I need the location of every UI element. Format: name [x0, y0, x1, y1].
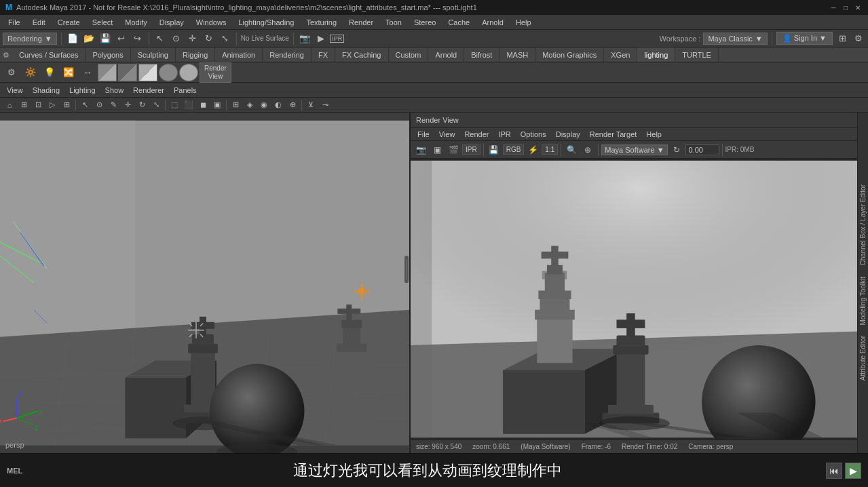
lighting-menu[interactable]: Lighting — [65, 85, 100, 95]
menu-lighting-shading[interactable]: Lighting/Shading — [233, 17, 299, 28]
undo-icon[interactable]: ↩ — [115, 32, 128, 45]
ipr-icon[interactable]: IPR — [331, 32, 344, 45]
rv-menu-file[interactable]: File — [413, 130, 434, 139]
menu-create[interactable]: Create — [52, 17, 86, 28]
snap2-icon[interactable]: ⊸ — [318, 98, 332, 112]
menu-help[interactable]: Help — [510, 17, 537, 28]
render-icon[interactable]: ▶ — [314, 32, 328, 45]
lights-icon[interactable]: ◉ — [257, 98, 271, 112]
close-button[interactable]: ✕ — [853, 3, 863, 12]
save-scene-icon[interactable]: 💾 — [98, 32, 112, 45]
wireframe-icon[interactable]: ⬚ — [168, 98, 181, 112]
camera-icon[interactable]: 📷 — [298, 32, 312, 45]
show-menu[interactable]: Show — [101, 85, 128, 95]
rv-render-region-icon[interactable]: ▣ — [430, 142, 445, 157]
render-view-button[interactable]: Render View — [200, 62, 231, 83]
panels-menu[interactable]: Panels — [170, 85, 201, 95]
rv-menu-view[interactable]: View — [435, 130, 459, 139]
shelf-icon-4[interactable]: ↔ — [79, 64, 96, 81]
tab-turtle[interactable]: TURTLE — [675, 47, 719, 62]
tab-sculpting[interactable]: Sculpting — [131, 47, 176, 62]
maximize-button[interactable]: □ — [841, 3, 850, 12]
tab-motion-graphics[interactable]: Motion Graphics — [535, 47, 604, 62]
rotate-icon[interactable]: ↻ — [202, 32, 216, 45]
play-back-button[interactable]: ⏮ — [826, 463, 842, 479]
sign-in-button[interactable]: 👤 Sign In ▼ — [776, 32, 833, 45]
rv-render-icon[interactable]: 📷 — [413, 142, 428, 157]
home-icon[interactable]: ⌂ — [3, 98, 16, 112]
rendering-mode-dropdown[interactable]: Rendering ▼ — [3, 33, 57, 45]
tab-bifrost[interactable]: Bifrost — [464, 47, 499, 62]
minimize-button[interactable]: ─ — [829, 3, 838, 12]
shelf-swatch-3[interactable] — [138, 64, 157, 81]
xray-icon[interactable]: ⊕ — [286, 98, 299, 112]
move-icon[interactable]: ✛ — [186, 32, 200, 45]
menu-edit[interactable]: Edit — [27, 17, 51, 28]
smooth-shade-icon[interactable]: ⬛ — [182, 98, 195, 112]
renderer-menu[interactable]: Renderer — [129, 85, 168, 95]
tab-mash[interactable]: MASH — [499, 47, 535, 62]
menu-windows[interactable]: Windows — [191, 17, 232, 28]
tab-rigging[interactable]: Rigging — [176, 47, 215, 62]
redo-icon[interactable]: ↪ — [131, 32, 145, 45]
shading-menu[interactable]: Shading — [29, 85, 64, 95]
scale-icon[interactable]: ⤡ — [219, 32, 232, 45]
tab-custom[interactable]: Custom — [389, 47, 429, 62]
menu-display[interactable]: Display — [154, 17, 189, 28]
rv-zoom-icon[interactable]: 🔍 — [564, 142, 579, 157]
left-viewport[interactable]: Y Z Z X — [0, 113, 411, 453]
rv-menu-display[interactable]: Display — [552, 130, 584, 139]
paint-select-icon[interactable]: ✎ — [107, 98, 120, 112]
flat-shade-icon[interactable]: ◼ — [196, 98, 210, 112]
menu-texturing[interactable]: Texturing — [301, 17, 342, 28]
camera-icon[interactable]: ◈ — [243, 98, 257, 112]
tab-rendering[interactable]: Rendering — [263, 47, 312, 62]
snap-icon[interactable]: ⊻ — [304, 98, 318, 112]
wireframe-on-shade-icon[interactable]: ▣ — [210, 98, 224, 112]
open-scene-icon[interactable]: 📂 — [82, 32, 96, 45]
rv-menu-render-target[interactable]: Render Target — [586, 130, 641, 139]
rv-refresh-icon[interactable]: ↻ — [669, 142, 684, 157]
settings-icon[interactable]: ⚙ — [852, 32, 865, 45]
move-tool-icon[interactable]: ✛ — [121, 98, 134, 112]
modeling-toolkit-tab[interactable]: Modeling Toolkit — [858, 271, 868, 331]
menu-modify[interactable]: Modify — [119, 17, 152, 28]
rotate-tool-icon[interactable]: ↻ — [135, 98, 149, 112]
rv-save-icon[interactable]: 💾 — [487, 142, 502, 157]
rv-menu-help[interactable]: Help — [642, 130, 666, 139]
tab-curves-surfaces[interactable]: Curves / Surfaces — [12, 47, 86, 62]
menu-file[interactable]: File — [3, 17, 26, 28]
frame-playback-icon[interactable]: ▷ — [45, 98, 59, 112]
attribute-editor-tab[interactable]: Attribute Editor — [858, 330, 868, 386]
menu-select[interactable]: Select — [87, 17, 119, 28]
play-forward-button[interactable]: ▶ — [845, 463, 861, 479]
rv-zoom-in-icon[interactable]: ⊕ — [580, 142, 595, 157]
tab-arnold[interactable]: Arnold — [428, 47, 464, 62]
shelf-gear-icon[interactable]: ⚙ — [3, 64, 20, 81]
resolution-icon[interactable]: ⊞ — [60, 98, 73, 112]
grid-view-icon[interactable]: ⊞ — [835, 32, 849, 45]
select-tool-icon[interactable]: ↖ — [78, 98, 92, 112]
shelf-swatch-4[interactable] — [159, 64, 178, 81]
lasso-icon[interactable]: ⊙ — [170, 32, 183, 45]
shelf-icon-1[interactable]: 🔆 — [22, 64, 39, 81]
grid-icon[interactable]: ⊞ — [229, 98, 242, 112]
rv-camera-icon[interactable]: 🎬 — [446, 142, 461, 157]
scale-tool-icon[interactable]: ⤡ — [149, 98, 163, 112]
ipr-value-input[interactable] — [685, 144, 719, 155]
software-dropdown[interactable]: Maya Software ▼ — [601, 144, 667, 155]
new-scene-icon[interactable]: 📄 — [66, 32, 79, 45]
tab-polygons[interactable]: Polygons — [86, 47, 130, 62]
shelf-swatch-5[interactable] — [179, 64, 198, 81]
shelf-icon-3[interactable]: 🔀 — [60, 64, 77, 81]
tab-lighting[interactable]: lighting — [637, 47, 675, 62]
rv-menu-render[interactable]: Render — [460, 130, 493, 139]
menu-toon[interactable]: Toon — [380, 17, 407, 28]
menu-arnold[interactable]: Arnold — [476, 17, 509, 28]
rv-exposure-icon[interactable]: ⚡ — [525, 142, 540, 157]
menu-stereo[interactable]: Stereo — [409, 17, 441, 28]
shadows-icon[interactable]: ◐ — [271, 98, 285, 112]
tab-fx-caching[interactable]: FX Caching — [335, 47, 388, 62]
tab-fx[interactable]: FX — [312, 47, 335, 62]
tab-xgen[interactable]: XGen — [604, 47, 637, 62]
